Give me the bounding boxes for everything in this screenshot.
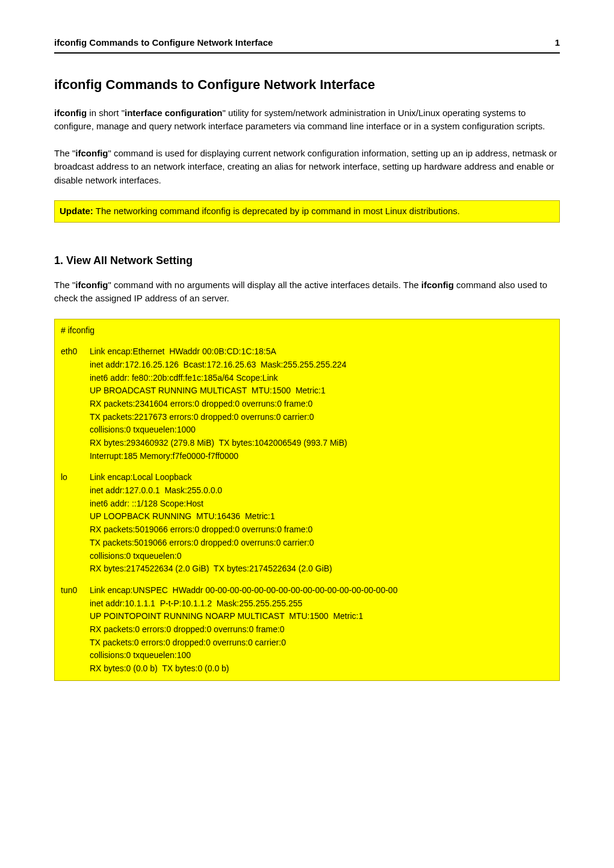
iface-line: inet6 addr: ::1/128 Scope:Host [90, 497, 552, 511]
bold-term-ifconfig: ifconfig [421, 280, 454, 290]
iface-line: TX packets:5019066 errors:0 dropped:0 ov… [90, 537, 552, 550]
main-title: ifconfig Commands to Configure Network I… [54, 75, 560, 94]
iface-line: RX packets:0 errors:0 dropped:0 overruns… [90, 623, 552, 636]
bold-term-ifconfig: ifconfig [54, 108, 87, 118]
iface-line: RX packets:5019066 errors:0 dropped:0 ov… [90, 523, 552, 537]
section-1-title: 1. View All Network Setting [54, 253, 560, 269]
iface-line: UP BROADCAST RUNNING MULTICAST MTU:1500 … [90, 384, 552, 398]
text-fragment: " command with no arguments will display… [108, 280, 421, 290]
callout-text: The networking command ifconfig is depre… [93, 206, 460, 216]
iface-eth0-block: eth0 Link encap:Ethernet HWaddr 00:0B:CD… [61, 345, 553, 463]
iface-lo-block: lo Link encap:Local Loopback inet addr:1… [61, 471, 553, 576]
iface-line: RX packets:2341604 errors:0 dropped:0 ov… [90, 398, 552, 411]
iface-label-tun0: tun0 [61, 584, 87, 597]
header-title: ifconfig Commands to Configure Network I… [54, 36, 273, 50]
iface-line: UP POINTOPOINT RUNNING NOARP MULTICAST M… [90, 610, 552, 623]
iface-line: inet addr:172.16.25.126 Bcast:172.16.25.… [90, 359, 552, 372]
iface-line: TX packets:2217673 errors:0 dropped:0 ov… [90, 411, 552, 424]
iface-body-lo: Link encap:Local Loopback inet addr:127.… [90, 471, 552, 576]
callout-label: Update: [60, 206, 93, 216]
text-fragment: The " [54, 280, 75, 290]
bold-term-ifconfig: ifconfig [75, 148, 108, 158]
section-1-description: The "ifconfig" command with no arguments… [54, 279, 560, 306]
iface-line: Link encap:Ethernet HWaddr 00:0B:CD:1C:1… [90, 345, 552, 359]
text-fragment: in short " [87, 108, 125, 118]
code-command: # ifconfig [61, 324, 553, 337]
iface-line: Link encap:UNSPEC HWaddr 00-00-00-00-00-… [90, 584, 552, 597]
iface-line: Link encap:Local Loopback [90, 471, 552, 484]
iface-line: inet addr:10.1.1.1 P-t-P:10.1.1.2 Mask:2… [90, 597, 552, 611]
iface-label-eth0: eth0 [61, 345, 87, 359]
text-fragment: The " [54, 148, 75, 158]
iface-line: collisions:0 txqueuelen:100 [90, 649, 552, 662]
iface-body-tun0: Link encap:UNSPEC HWaddr 00-00-00-00-00-… [90, 584, 552, 676]
code-output-box: # ifconfig eth0 Link encap:Ethernet HWad… [54, 319, 560, 681]
page-number: 1 [555, 36, 560, 50]
iface-label-lo: lo [61, 471, 87, 484]
iface-line: inet addr:127.0.0.1 Mask:255.0.0.0 [90, 484, 552, 497]
intro-paragraph-2: The "ifconfig" command is used for displ… [54, 147, 560, 188]
iface-line: collisions:0 txqueuelen:1000 [90, 423, 552, 437]
update-callout: Update: The networking command ifconfig … [54, 200, 560, 223]
bold-term-ifconfig: ifconfig [75, 280, 108, 290]
iface-line: RX bytes:0 (0.0 b) TX bytes:0 (0.0 b) [90, 662, 552, 676]
iface-line: Interrupt:185 Memory:f7fe0000-f7ff0000 [90, 450, 552, 463]
text-fragment: " command is used for displaying current… [54, 148, 557, 185]
iface-body-eth0: Link encap:Ethernet HWaddr 00:0B:CD:1C:1… [90, 345, 552, 463]
page-header: ifconfig Commands to Configure Network I… [54, 36, 560, 54]
iface-line: RX bytes:293460932 (279.8 MiB) TX bytes:… [90, 437, 552, 450]
bold-term-interface-configuration: interface configuration [125, 108, 223, 118]
iface-line: inet6 addr: fe80::20b:cdff:fe1c:185a/64 … [90, 372, 552, 385]
iface-line: RX bytes:2174522634 (2.0 GiB) TX bytes:2… [90, 562, 552, 576]
iface-line: TX packets:0 errors:0 dropped:0 overruns… [90, 636, 552, 650]
intro-paragraph-1: ifconfig in short "interface configurati… [54, 106, 560, 134]
iface-tun0-block: tun0 Link encap:UNSPEC HWaddr 00-00-00-0… [61, 584, 553, 676]
iface-line: UP LOOPBACK RUNNING MTU:16436 Metric:1 [90, 510, 552, 523]
iface-line: collisions:0 txqueuelen:0 [90, 550, 552, 563]
